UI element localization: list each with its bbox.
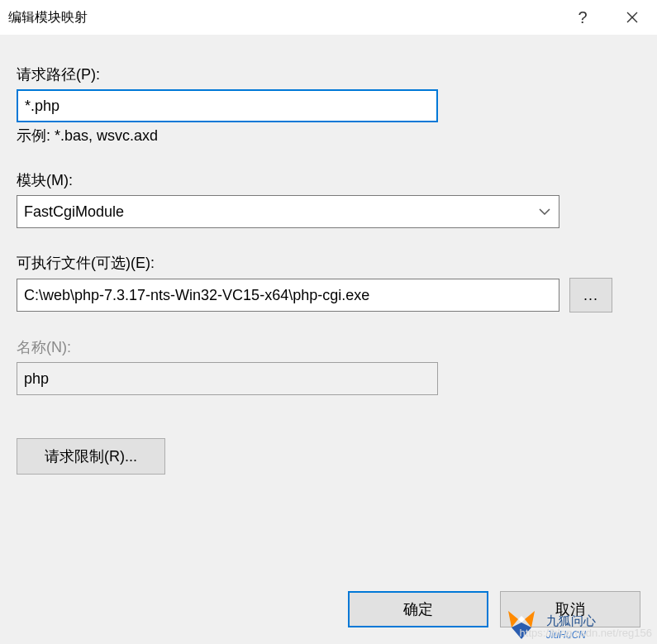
- dialog-title: 编辑模块映射: [8, 9, 88, 26]
- name-input: php: [17, 362, 438, 395]
- executable-group: 可执行文件(可选)(E): C:\web\php-7.3.17-nts-Win3…: [17, 253, 640, 312]
- ok-button[interactable]: 确定: [348, 591, 488, 627]
- name-value: php: [24, 370, 49, 388]
- request-restrictions-button[interactable]: 请求限制(R)...: [17, 438, 165, 475]
- request-path-hint: 示例: *.bas, wsvc.axd: [17, 126, 640, 145]
- module-label: 模块(M):: [17, 170, 640, 190]
- executable-input[interactable]: C:\web\php-7.3.17-nts-Win32-VC15-x64\php…: [17, 279, 559, 312]
- module-select[interactable]: FastCgiModule: [17, 195, 559, 228]
- request-path-value: *.php: [25, 98, 60, 115]
- cancel-button[interactable]: 取消: [500, 591, 640, 627]
- titlebar: 编辑模块映射 ?: [0, 0, 657, 35]
- executable-row: C:\web\php-7.3.17-nts-Win32-VC15-x64\php…: [17, 278, 640, 312]
- request-path-input[interactable]: *.php: [17, 89, 438, 122]
- dialog-window: 编辑模块映射 ? 请求路径(P): *.php 示例: *.bas, wsvc.…: [0, 0, 657, 644]
- help-icon: ?: [578, 8, 587, 27]
- request-restrictions-label: 请求限制(R)...: [45, 446, 137, 466]
- request-path-group: 请求路径(P): *.php 示例: *.bas, wsvc.axd: [17, 64, 640, 145]
- module-value: FastCgiModule: [24, 203, 124, 221]
- cancel-label: 取消: [555, 599, 585, 619]
- help-button[interactable]: ?: [558, 0, 607, 35]
- browse-label: ...: [583, 287, 598, 304]
- executable-value: C:\web\php-7.3.17-nts-Win32-VC15-x64\php…: [24, 287, 369, 304]
- dialog-content: 请求路径(P): *.php 示例: *.bas, wsvc.axd 模块(M)…: [0, 35, 657, 644]
- close-icon: [626, 12, 638, 23]
- ok-label: 确定: [403, 599, 433, 619]
- name-group: 名称(N): php: [17, 337, 640, 395]
- executable-label: 可执行文件(可选)(E):: [17, 253, 640, 273]
- name-label: 名称(N):: [17, 337, 640, 357]
- module-group: 模块(M): FastCgiModule: [17, 170, 640, 228]
- close-button[interactable]: [607, 0, 657, 35]
- chevron-down-icon: [539, 208, 550, 215]
- dialog-button-row: 确定 取消: [348, 591, 640, 627]
- browse-button[interactable]: ...: [569, 278, 612, 312]
- request-path-label: 请求路径(P):: [17, 64, 640, 84]
